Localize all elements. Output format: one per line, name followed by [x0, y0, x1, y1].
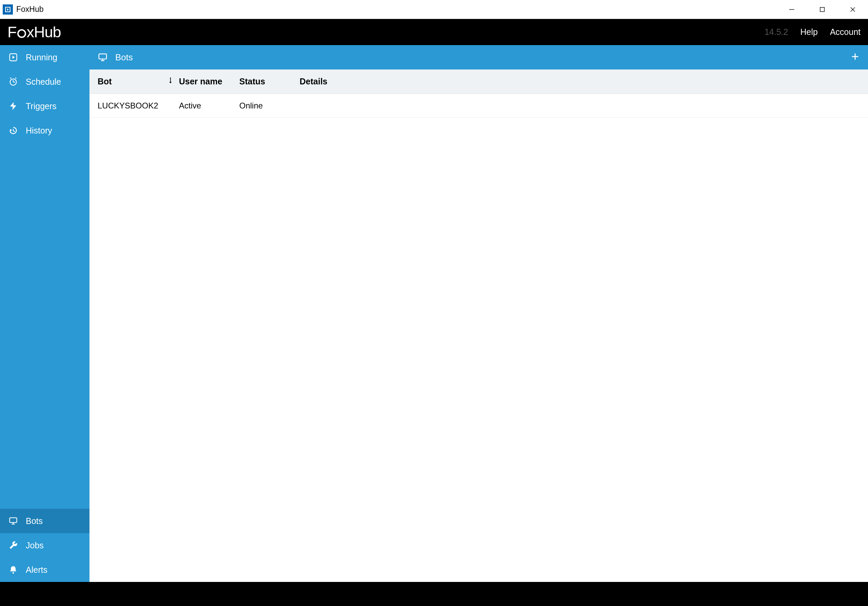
svg-rect-3: [820, 7, 825, 11]
column-label: User name: [179, 77, 222, 86]
body: Running Schedule Triggers: [0, 45, 868, 582]
sidebar-item-triggers[interactable]: Triggers: [0, 94, 90, 118]
table-header: Bot User name Status Details: [90, 70, 868, 94]
logo-text-suffix: xHub: [27, 23, 61, 41]
svg-marker-27: [169, 82, 172, 84]
sidebar-item-history[interactable]: History: [0, 118, 90, 143]
column-label: Details: [300, 77, 327, 86]
sidebar-item-label: Triggers: [26, 101, 57, 111]
logo-text-prefix: F: [8, 23, 17, 41]
svg-marker-14: [10, 129, 12, 131]
svg-line-16: [13, 131, 15, 132]
window-titlebar: FoxHub: [0, 0, 868, 19]
sidebar-item-label: Running: [26, 53, 57, 62]
cell-bot: LUCKYSBOOK2: [98, 101, 179, 110]
history-icon: [8, 126, 18, 136]
help-link[interactable]: Help: [800, 27, 817, 37]
cell-user: Active: [179, 101, 239, 110]
monitor-icon: [8, 516, 18, 526]
sidebar-item-label: Alerts: [26, 565, 48, 575]
cell-status: Online: [239, 101, 300, 110]
column-header-user[interactable]: User name: [179, 77, 239, 87]
section-title: Bots: [115, 52, 133, 63]
app-logo: F xHub: [8, 23, 61, 41]
sort-descending-icon: [168, 77, 173, 86]
sidebar-item-bots[interactable]: Bots: [0, 509, 90, 533]
minimize-button[interactable]: [777, 0, 807, 19]
column-label: Status: [239, 77, 265, 86]
app-window: FoxHub F xHub 14.5.2 Help Account: [0, 0, 868, 582]
svg-rect-17: [10, 518, 17, 522]
column-header-details[interactable]: Details: [300, 77, 868, 87]
version-label: 14.5.2: [765, 27, 788, 37]
svg-point-20: [12, 572, 14, 574]
close-button[interactable]: [837, 0, 868, 19]
play-circle-icon: [8, 52, 18, 62]
sidebar-item-alerts[interactable]: Alerts: [0, 558, 90, 582]
svg-line-11: [10, 77, 11, 78]
topbar: F xHub 14.5.2 Help Account: [0, 19, 868, 45]
sidebar-item-label: Bots: [26, 516, 43, 526]
cell-value: LUCKYSBOOK2: [98, 101, 158, 110]
sidebar-item-jobs[interactable]: Jobs: [0, 533, 90, 558]
add-bot-button[interactable]: [850, 51, 860, 64]
account-link[interactable]: Account: [830, 27, 860, 37]
bottom-black-bar: [0, 582, 868, 606]
sidebar-top: Running Schedule Triggers: [0, 45, 90, 143]
sidebar-item-running[interactable]: Running: [0, 45, 90, 70]
svg-rect-21: [99, 54, 107, 59]
sidebar-bottom: Bots Jobs Alerts: [0, 509, 90, 582]
monitor-icon: [98, 52, 108, 62]
column-header-bot[interactable]: Bot: [98, 77, 179, 87]
svg-line-12: [15, 77, 17, 78]
topbar-right: 14.5.2 Help Account: [765, 27, 860, 37]
bell-icon: [8, 565, 18, 575]
svg-point-28: [170, 77, 171, 79]
column-header-status[interactable]: Status: [239, 77, 300, 87]
sidebar-item-label: Jobs: [26, 541, 44, 550]
alarm-icon: [8, 77, 18, 87]
window-controls: [777, 0, 868, 19]
cell-value: Online: [239, 101, 263, 110]
sidebar-item-schedule[interactable]: Schedule: [0, 70, 90, 94]
sidebar-item-label: Schedule: [26, 77, 61, 87]
maximize-button[interactable]: [807, 0, 837, 19]
sidebar: Running Schedule Triggers: [0, 45, 90, 582]
section-header: Bots: [90, 45, 868, 70]
main-content: Bots Bot User name Status: [90, 45, 868, 582]
table-row[interactable]: LUCKYSBOOK2 Active Online: [90, 94, 868, 118]
svg-marker-13: [10, 102, 17, 110]
logo-o-icon: [17, 29, 26, 38]
column-label: Bot: [98, 77, 112, 87]
sidebar-item-label: History: [26, 126, 52, 136]
app-icon: [3, 5, 13, 15]
svg-marker-7: [12, 56, 15, 59]
window-title: FoxHub: [16, 5, 44, 14]
wrench-icon: [8, 540, 18, 550]
cell-value: Active: [179, 101, 201, 110]
bolt-icon: [8, 101, 18, 111]
svg-marker-1: [7, 8, 9, 11]
sidebar-spacer: [0, 143, 90, 509]
